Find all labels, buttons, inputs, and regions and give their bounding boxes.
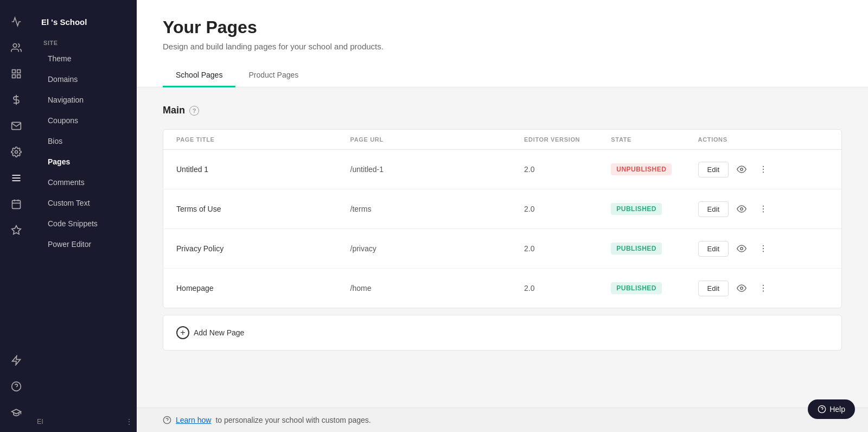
school-name: El 's School — [33, 7, 137, 35]
header-state: STATE — [611, 136, 698, 143]
cell-page-title: Privacy Policy — [176, 244, 350, 253]
mail-icon[interactable] — [5, 115, 27, 137]
sidebar-item-code-snippets[interactable]: Code Snippets — [37, 214, 132, 233]
icon-rail-top — [5, 0, 27, 350]
help-button-icon — [818, 405, 826, 414]
cell-editor-version: 2.0 — [524, 244, 611, 253]
add-new-page-button[interactable]: + Add New Page — [163, 315, 842, 351]
footer-learn-how-link[interactable]: Learn how — [176, 416, 211, 424]
header-page-title: PAGE TITLE — [176, 136, 350, 143]
icon-rail — [0, 0, 33, 432]
edit-button[interactable]: Edit — [698, 281, 729, 296]
table-row: Terms of Use /terms 2.0 PUBLISHED Edit — [163, 189, 841, 229]
main-help-icon[interactable]: ? — [189, 106, 199, 116]
dashboard-icon[interactable] — [5, 63, 27, 85]
cell-page-url: /untitled-1 — [350, 165, 525, 174]
preview-icon[interactable] — [733, 161, 750, 178]
pages-table: PAGE TITLE PAGE URL EDITOR VERSION STATE… — [163, 129, 842, 308]
edit-button[interactable]: Edit — [698, 241, 729, 257]
svg-point-27 — [763, 245, 764, 246]
svg-rect-2 — [17, 70, 21, 73]
edit-button[interactable]: Edit — [698, 201, 729, 217]
page-header: Your Pages Design and build landing page… — [137, 0, 868, 87]
cell-page-url: /terms — [350, 205, 525, 213]
add-new-page-label: Add New Page — [194, 328, 244, 337]
table-row: Homepage /home 2.0 PUBLISHED Edit — [163, 269, 841, 308]
preview-icon[interactable] — [733, 240, 750, 257]
cell-actions: Edit — [698, 240, 828, 257]
cell-state: PUBLISHED — [611, 282, 698, 294]
cell-page-url: /privacy — [350, 244, 525, 253]
sidebar-item-power-editor[interactable]: Power Editor — [37, 234, 132, 254]
cell-page-url: /home — [350, 284, 525, 293]
svg-point-6 — [15, 151, 18, 154]
cell-state: UNPUBLISHED — [611, 163, 698, 175]
cell-editor-version: 2.0 — [524, 205, 611, 213]
trend-icon[interactable] — [5, 11, 27, 33]
cell-editor-version: 2.0 — [524, 165, 611, 174]
sidebar-item-bios[interactable]: Bios — [37, 131, 132, 151]
sidebar-item-theme[interactable]: Theme — [37, 49, 132, 68]
tab-product-pages[interactable]: Product Pages — [235, 64, 311, 87]
header-actions: ACTIONS — [698, 136, 828, 143]
svg-point-26 — [741, 247, 743, 250]
footer-help-icon — [163, 416, 171, 424]
svg-point-22 — [741, 208, 743, 211]
more-options-icon[interactable] — [755, 279, 772, 297]
page-subtitle: Design and build landing pages for your … — [163, 42, 842, 51]
more-icon[interactable]: ⋮ — [126, 418, 132, 425]
school-icon[interactable] — [5, 402, 27, 423]
svg-marker-15 — [12, 356, 21, 365]
tabs: School Pages Product Pages — [163, 64, 842, 87]
analytics-rail-icon[interactable] — [5, 219, 27, 241]
svg-point-19 — [763, 166, 764, 167]
svg-rect-1 — [12, 70, 16, 73]
sidebar-item-domains[interactable]: Domains — [37, 69, 132, 89]
svg-point-20 — [763, 169, 764, 170]
state-badge-published: PUBLISHED — [611, 243, 662, 255]
state-badge-published: PUBLISHED — [611, 282, 662, 294]
more-options-icon[interactable] — [755, 161, 772, 178]
dollar-icon[interactable] — [5, 89, 27, 111]
edit-button[interactable]: Edit — [698, 162, 729, 177]
sidebar: El 's School SITE Theme Domains Navigati… — [33, 0, 137, 432]
svg-point-30 — [741, 287, 743, 290]
help-rail-icon[interactable] — [5, 376, 27, 397]
cell-actions: Edit — [698, 200, 828, 218]
sidebar-item-pages[interactable]: Pages — [37, 152, 132, 171]
svg-rect-4 — [12, 75, 16, 78]
sidebar-item-navigation[interactable]: Navigation — [37, 90, 132, 110]
header-editor-version: EDITOR VERSION — [524, 136, 611, 143]
site-section-label: SITE — [33, 35, 137, 48]
cell-editor-version: 2.0 — [524, 284, 611, 293]
sidebar-item-comments[interactable]: Comments — [37, 173, 132, 192]
tab-school-pages[interactable]: School Pages — [163, 64, 235, 87]
gear-icon[interactable] — [5, 141, 27, 163]
preview-icon[interactable] — [733, 279, 750, 297]
svg-point-25 — [763, 211, 764, 212]
cell-page-title: Terms of Use — [176, 205, 350, 213]
svg-rect-3 — [17, 75, 21, 78]
bolt-icon[interactable] — [5, 350, 27, 371]
preview-icon[interactable] — [733, 200, 750, 218]
more-options-icon[interactable] — [755, 200, 772, 218]
table-header: PAGE TITLE PAGE URL EDITOR VERSION STATE… — [163, 130, 841, 150]
sidebar-item-coupons[interactable]: Coupons — [37, 111, 132, 130]
footer-text: to personalize your school with custom p… — [215, 416, 371, 424]
users-icon[interactable] — [5, 37, 27, 59]
pages-rail-icon[interactable] — [5, 167, 27, 189]
cell-page-title: Homepage — [176, 284, 350, 293]
cell-state: PUBLISHED — [611, 203, 698, 215]
help-button[interactable]: Help — [808, 399, 855, 419]
footer-banner: Learn how to personalize your school wit… — [137, 408, 868, 432]
svg-point-28 — [763, 248, 764, 249]
calendar-icon[interactable] — [5, 193, 27, 215]
sidebar-item-custom-text[interactable]: Custom Text — [37, 193, 132, 213]
add-circle-icon: + — [176, 326, 189, 339]
help-button-label: Help — [829, 405, 845, 414]
svg-point-18 — [741, 168, 743, 171]
cell-page-title: Untitled 1 — [176, 165, 350, 174]
svg-point-0 — [13, 44, 17, 48]
more-options-icon[interactable] — [755, 240, 772, 257]
state-badge-unpublished: UNPUBLISHED — [611, 163, 672, 175]
